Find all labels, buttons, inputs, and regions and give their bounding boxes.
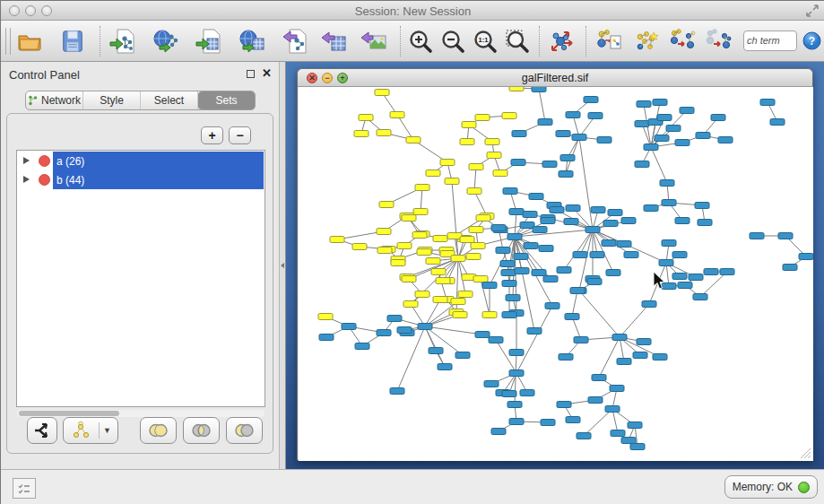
network-node[interactable] [644, 205, 658, 212]
sets-list[interactable]: a (26) b (44) [16, 150, 265, 407]
network-node[interactable] [644, 144, 658, 151]
network-node[interactable] [611, 430, 625, 437]
network-node[interactable] [514, 254, 528, 260]
network-node[interactable] [630, 444, 645, 450]
network-node[interactable] [418, 324, 432, 330]
network-node[interactable] [637, 339, 651, 345]
zoom-actual-size-button[interactable]: 1:1 [471, 27, 499, 56]
network-node[interactable] [402, 215, 416, 222]
network-node[interactable] [390, 388, 404, 395]
network-node[interactable] [617, 241, 631, 248]
network-node[interactable] [509, 370, 524, 377]
network-node[interactable] [543, 276, 558, 282]
zoom-selected-region-button[interactable] [503, 27, 532, 56]
tab-network[interactable]: Network [26, 91, 83, 109]
network-node[interactable] [695, 203, 709, 209]
split-set-button[interactable] [27, 417, 57, 444]
network-node[interactable] [455, 352, 470, 359]
network-node[interactable] [572, 135, 586, 141]
network-node[interactable] [460, 237, 474, 243]
network-node[interactable] [662, 240, 676, 247]
network-node[interactable] [501, 270, 516, 276]
network-node[interactable] [500, 261, 515, 267]
network-node[interactable] [573, 252, 587, 258]
toolbar-drag-handle[interactable] [5, 28, 11, 55]
zoom-in-button[interactable] [406, 27, 435, 56]
network-node[interactable] [603, 221, 618, 227]
network-node[interactable] [438, 364, 452, 370]
scrollbar-thumb[interactable] [19, 411, 119, 416]
network-node[interactable] [539, 246, 553, 252]
network-node[interactable] [642, 301, 656, 308]
network-node[interactable] [491, 429, 506, 435]
network-node[interactable] [617, 359, 631, 365]
network-node[interactable] [559, 171, 573, 178]
open-session-button[interactable] [15, 27, 44, 56]
network-node[interactable] [377, 248, 392, 254]
export-image-button[interactable] [360, 27, 388, 56]
network-node[interactable] [509, 350, 524, 356]
network-node[interactable] [467, 188, 481, 195]
network-node[interactable] [566, 205, 580, 212]
network-node[interactable] [445, 178, 459, 185]
network-node[interactable] [493, 170, 507, 177]
network-node[interactable] [342, 324, 356, 330]
import-table-url-button[interactable] [238, 27, 266, 56]
network-node[interactable] [770, 119, 785, 126]
network-node[interactable] [778, 233, 793, 239]
network-node[interactable] [672, 252, 687, 258]
memory-status-button[interactable]: Memory: OK [724, 475, 818, 499]
network-node[interactable] [476, 215, 490, 222]
network-node[interactable] [602, 240, 616, 247]
disclosure-triangle-icon[interactable] [23, 157, 30, 164]
network-node[interactable] [375, 90, 389, 96]
network-node[interactable] [458, 291, 473, 298]
network-node[interactable] [672, 274, 687, 280]
zoom-out-button[interactable] [438, 27, 467, 56]
expand-window-icon[interactable] [805, 4, 820, 18]
copy-selection-to-set-button[interactable] [594, 27, 623, 56]
network-node[interactable] [662, 200, 676, 206]
network-node[interactable] [557, 267, 571, 274]
network-node[interactable] [659, 260, 673, 266]
network-node[interactable] [635, 121, 649, 127]
set-from-unselected-button[interactable] [704, 27, 733, 56]
network-node[interactable] [406, 137, 421, 143]
sets-horizontal-scrollbar[interactable] [17, 410, 265, 417]
network-node[interactable] [541, 420, 555, 426]
network-node[interactable] [610, 386, 624, 392]
network-node[interactable] [451, 299, 465, 305]
network-node[interactable] [520, 390, 534, 396]
network-node[interactable] [720, 269, 734, 275]
network-node[interactable] [635, 161, 649, 168]
network-node[interactable] [584, 97, 598, 103]
select-nodes-from-set-button[interactable] [632, 27, 661, 56]
network-node[interactable] [515, 268, 529, 274]
network-node[interactable] [484, 381, 499, 387]
network-node[interactable] [433, 236, 447, 242]
network-node[interactable] [678, 282, 692, 289]
help-button[interactable]: ? [802, 31, 821, 50]
network-node[interactable] [680, 108, 694, 114]
network-node[interactable] [489, 337, 503, 343]
close-panel-icon[interactable]: ✕ [262, 66, 272, 80]
network-node[interactable] [718, 137, 733, 143]
network-node[interactable] [783, 265, 797, 271]
network-node[interactable] [462, 122, 476, 128]
network-node[interactable] [511, 160, 525, 166]
network-node[interactable] [436, 278, 450, 284]
network-node[interactable] [621, 438, 636, 444]
network-node[interactable] [403, 301, 418, 308]
remove-set-button[interactable]: − [229, 126, 251, 144]
network-node[interactable] [359, 115, 373, 121]
network-node[interactable] [666, 126, 681, 132]
network-node[interactable] [711, 115, 725, 121]
network-node[interactable] [330, 237, 344, 243]
network-node[interactable] [527, 328, 542, 335]
network-node[interactable] [624, 252, 638, 258]
network-node[interactable] [556, 131, 570, 137]
network-node[interactable] [502, 113, 516, 119]
network-node[interactable] [451, 256, 465, 262]
network-node[interactable] [799, 254, 813, 260]
network-node[interactable] [698, 220, 712, 226]
